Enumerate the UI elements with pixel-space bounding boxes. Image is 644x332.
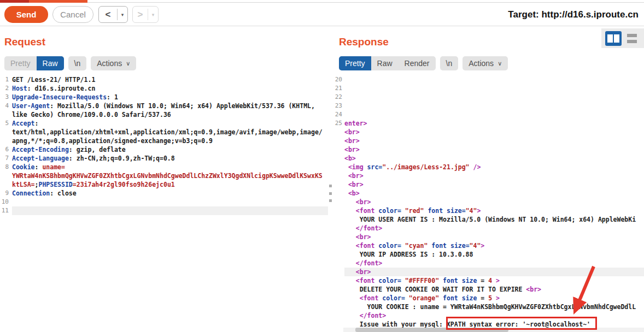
newline-toggle-label: \n bbox=[446, 59, 453, 68]
tab-strip-divider bbox=[87, 2, 644, 3]
code-line: text/html,application/xhtml+xml,applicat… bbox=[0, 128, 328, 137]
response-newline-toggle[interactable]: \n bbox=[440, 56, 459, 70]
code-line: 10 bbox=[0, 198, 328, 206]
line-number bbox=[335, 268, 342, 276]
code-line: 24 bbox=[335, 110, 644, 119]
line-number: 21 bbox=[335, 84, 342, 93]
cancel-button[interactable]: Cancel bbox=[52, 6, 93, 23]
line-number: 20 bbox=[335, 75, 342, 84]
response-panel-title: Response bbox=[339, 36, 389, 48]
code-line: 11 bbox=[0, 206, 328, 215]
code-line: <br> bbox=[335, 128, 644, 137]
panel-splitter-handle[interactable] bbox=[329, 185, 332, 202]
line-number bbox=[335, 171, 342, 180]
forward-dropdown-icon[interactable]: ▾ bbox=[148, 7, 158, 22]
line-number bbox=[335, 198, 342, 206]
code-line: 22 bbox=[335, 93, 644, 102]
code-line: YOUR COOKIE : uname = YWRtaW4nKSBhbmQgKH… bbox=[335, 303, 644, 311]
code-line: YOUR IP ADDRESS IS : 10.3.0.88 bbox=[335, 250, 644, 259]
code-line: <font color= "#FFFF00" font size = 4 > bbox=[335, 276, 644, 285]
code-line: 20 bbox=[335, 75, 644, 84]
chevron-down-icon: ∨ bbox=[497, 60, 502, 67]
tab-response-render[interactable]: Render bbox=[399, 56, 436, 70]
line-number: 8 bbox=[0, 163, 9, 171]
line-number: 11 bbox=[0, 206, 9, 215]
code-line: 7Accept-Language: zh-CN,zh;q=0.9,zh-TW;q… bbox=[0, 154, 328, 163]
tab-request-raw[interactable]: Raw bbox=[37, 56, 64, 70]
layout-switcher bbox=[601, 28, 644, 48]
response-editor[interactable]: 202122232425enter><br><br><br><b> <img s… bbox=[335, 75, 644, 332]
code-line: </font> bbox=[335, 224, 644, 233]
request-view-tabgroup: Pretty Raw bbox=[4, 56, 64, 70]
chevron-down-icon: ∨ bbox=[126, 60, 130, 67]
back-arrow-button[interactable]: < bbox=[99, 7, 117, 22]
code-line: 9Connection: close bbox=[0, 189, 328, 198]
actions-label: Actions bbox=[97, 59, 122, 68]
response-hscroll-thumb[interactable] bbox=[355, 328, 508, 332]
line-number: 7 bbox=[0, 154, 9, 163]
code-line: 5Accept: bbox=[0, 119, 328, 128]
request-panel-title: Request bbox=[4, 36, 45, 48]
burp-repeater-window: { "window": { "target_label": "Target: h… bbox=[0, 0, 644, 332]
repeater-tab-underline bbox=[29, 0, 87, 3]
code-line: <br> bbox=[335, 171, 644, 180]
request-actions-button[interactable]: Actions ∨ bbox=[91, 56, 136, 70]
code-line: <br> bbox=[335, 233, 644, 241]
line-number bbox=[335, 163, 342, 171]
line-number bbox=[0, 110, 9, 119]
code-line: <br> bbox=[335, 268, 644, 276]
repeater-tab-underline-dark bbox=[0, 0, 29, 3]
actions-label: Actions bbox=[469, 59, 494, 68]
back-dropdown-icon[interactable]: ▾ bbox=[118, 7, 127, 22]
line-number: 4 bbox=[0, 102, 9, 110]
line-number bbox=[335, 276, 342, 285]
response-tabs: Pretty Raw Render \n Actions ∨ bbox=[339, 56, 508, 70]
code-line: <font color= "red" font size="4"> bbox=[335, 206, 644, 215]
tab-response-raw[interactable]: Raw bbox=[371, 56, 399, 70]
code-line: 1GET /Less-21/ HTTP/1.1 bbox=[0, 75, 328, 84]
line-number: 9 bbox=[0, 189, 9, 198]
tab-response-pretty[interactable]: Pretty bbox=[339, 56, 371, 70]
stacked-layout-icon[interactable] bbox=[627, 34, 637, 43]
code-line: <br> bbox=[335, 145, 644, 154]
code-line: apng,*/*;q=0.8,application/signed-exchan… bbox=[0, 137, 328, 145]
line-number bbox=[335, 180, 342, 189]
code-line: YWRtaW4nKSBhbmQgKHVwZGF0ZXhtbCgxLGNvbmNh… bbox=[0, 171, 328, 180]
newline-toggle-label: \n bbox=[74, 59, 81, 68]
code-line: <img src="../images/Less-21.jpg" /> bbox=[335, 163, 644, 171]
history-forward-group: > ▾ bbox=[132, 6, 159, 23]
code-line: <br> bbox=[335, 137, 644, 145]
code-line: <b> bbox=[335, 154, 644, 163]
line-number: 5 bbox=[0, 119, 9, 128]
code-line: 6Accept-Encoding: gzip, deflate bbox=[0, 145, 328, 154]
response-actions-button[interactable]: Actions ∨ bbox=[462, 56, 508, 70]
code-line: <font color= "cyan" font size="4"> bbox=[335, 241, 644, 250]
columns-layout-icon[interactable] bbox=[605, 31, 622, 46]
tab-request-pretty[interactable]: Pretty bbox=[4, 56, 37, 70]
code-line: <b> bbox=[335, 189, 644, 198]
request-panel: Request Pretty Raw \n Actions ∨ 1GET /Le… bbox=[0, 26, 328, 332]
line-number bbox=[335, 241, 342, 250]
line-number: 1 bbox=[0, 75, 9, 84]
line-number: 25 bbox=[335, 119, 342, 128]
line-number bbox=[335, 224, 342, 233]
response-view-tabgroup: Pretty Raw Render bbox=[339, 56, 436, 70]
code-line: </font> bbox=[335, 311, 644, 320]
forward-arrow-button[interactable]: > bbox=[133, 7, 148, 22]
line-number bbox=[0, 137, 9, 145]
send-button[interactable]: Send bbox=[4, 6, 48, 23]
request-editor[interactable]: 1GET /Less-21/ HTTP/1.12Host: d16.s.ipro… bbox=[0, 75, 328, 332]
line-number bbox=[335, 311, 342, 320]
request-newline-toggle[interactable]: \n bbox=[68, 56, 87, 70]
target-url-label: Target: http://d16.s.iproute.cn bbox=[508, 9, 639, 20]
history-back-group: < ▾ bbox=[98, 6, 128, 23]
code-line: <br> bbox=[335, 180, 644, 189]
code-line: <font color= "orange" font size = 5 > bbox=[335, 294, 644, 303]
line-number bbox=[335, 320, 342, 329]
line-number: 6 bbox=[0, 145, 9, 154]
request-tabs: Pretty Raw \n Actions ∨ bbox=[4, 56, 136, 70]
code-line: like Gecko) Chrome/109.0.0.0 Safari/537.… bbox=[0, 110, 328, 119]
line-number bbox=[335, 145, 342, 154]
line-number bbox=[335, 250, 342, 259]
code-line: 8Cookie: uname= bbox=[0, 163, 328, 171]
